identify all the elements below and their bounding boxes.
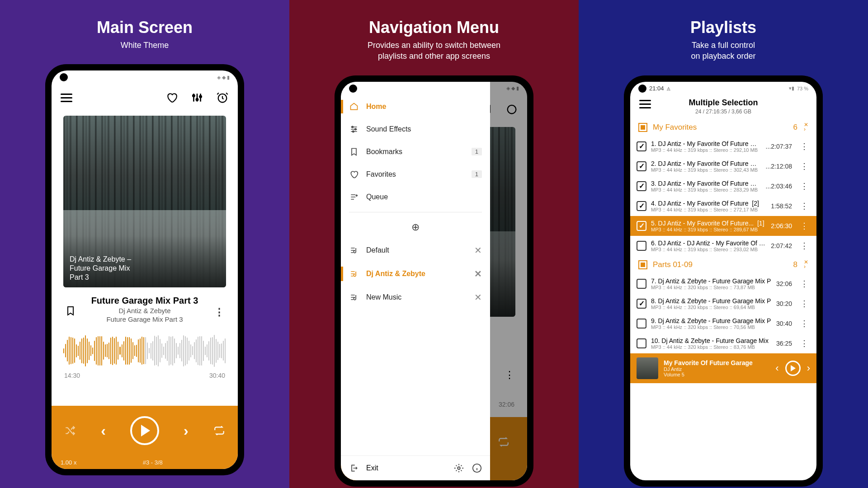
close-icon[interactable]: ✕	[474, 245, 482, 256]
more-icon[interactable]: ⋮	[798, 338, 810, 348]
checkbox[interactable]	[637, 221, 646, 231]
panel-subtitle: Provides an ability to switch betweenpla…	[368, 40, 500, 62]
nav-item-sound-effects[interactable]: Sound Effects	[341, 118, 490, 141]
track-row[interactable]: 10. Dj Antiz & Zebyte - Future Garage Mi…	[630, 333, 816, 353]
checkbox[interactable]	[637, 279, 646, 289]
track-duration: 30:20	[776, 300, 792, 307]
playback-controls: ‹ › 1.00 x #3 - 3/8	[52, 406, 238, 469]
checkbox[interactable]	[637, 181, 646, 191]
section-label: Parts 01-09	[653, 260, 693, 269]
status-battery: 73 %	[797, 86, 808, 91]
nav-item-queue[interactable]: Queue	[341, 186, 490, 208]
mini-player[interactable]: My Favorite Of Future Garage DJ Antiz Vo…	[630, 353, 816, 383]
close-icon[interactable]: ✕	[474, 268, 482, 279]
alarm-icon[interactable]	[216, 91, 229, 104]
checkbox[interactable]	[637, 161, 646, 171]
equalizer-icon[interactable]	[191, 91, 203, 104]
playback-speed[interactable]: 1.00 x	[61, 459, 76, 466]
more-icon[interactable]: ⋮	[798, 279, 810, 289]
track-row[interactable]: 5. DJ Antiz - My Favorite Of Future... […	[630, 216, 816, 236]
track-row[interactable]: 8. Dj Antiz & Zebyte - Future Garage Mix…	[630, 294, 816, 314]
track-meta: MP3 :: 44 kHz :: 319 kbps :: Stereo :: 2…	[651, 247, 766, 252]
info-icon[interactable]	[472, 463, 482, 473]
nav-item-home[interactable]: Home	[341, 95, 490, 118]
section-count: 8	[793, 260, 797, 269]
track-album: Future Garage Mix Part 3	[52, 315, 238, 323]
menu-button[interactable]	[639, 100, 651, 108]
track-row[interactable]: 1. DJ Antiz - My Favorite Of Future Gara…	[630, 136, 816, 156]
repeat-icon[interactable]	[213, 424, 226, 437]
shuffle-icon[interactable]	[64, 424, 76, 437]
camera-dot	[60, 73, 68, 81]
track-row[interactable]: 4. DJ Antiz - My Favorite Of Future [2]M…	[630, 196, 816, 216]
more-icon[interactable]: ⋮	[798, 201, 810, 211]
track-title: 2. DJ Antiz - My Favorite Of Future Gara…	[651, 160, 761, 167]
nav-label: Favorites	[366, 170, 396, 178]
next-button[interactable]: ›	[184, 422, 189, 439]
waveform[interactable]	[63, 332, 226, 369]
more-icon[interactable]: ⋮	[798, 161, 810, 171]
more-icon[interactable]: ⋮	[798, 141, 810, 151]
track-meta: MP3 :: 44 kHz :: 319 kbps :: Stereo :: 2…	[651, 147, 761, 153]
section-checkbox[interactable]	[638, 260, 647, 269]
checkbox[interactable]	[637, 319, 646, 328]
status-icons: ◈ ◆ ▮	[217, 75, 230, 80]
track-duration: ...2:12:08	[766, 163, 792, 170]
nav-badge: 1	[472, 148, 482, 155]
section-sort-icon[interactable]: ✕›	[804, 260, 808, 269]
track-row[interactable]: 6. DJ Antiz - DJ Antiz - My Favorite Of …	[630, 236, 816, 256]
art-caption: Dj Antiz & Zebyte –Future Garage MixPart…	[70, 255, 131, 282]
more-icon[interactable]: ⋮	[798, 319, 810, 328]
track-title: Future Garage Mix Part 3	[52, 296, 238, 306]
nav-label: Bookmarks	[366, 148, 402, 156]
track-row[interactable]: 7. Dj Antiz & Zebyte - Future Garage Mix…	[630, 274, 816, 294]
track-row[interactable]: 2. DJ Antiz - My Favorite Of Future Gara…	[630, 156, 816, 176]
nav-label: Home	[366, 103, 386, 111]
track-title: 6. DJ Antiz - DJ Antiz - My Favorite Of …	[651, 239, 766, 247]
mini-next[interactable]: ›	[807, 362, 810, 374]
section-checkbox[interactable]	[638, 123, 647, 132]
add-playlist-button[interactable]: ⊕	[341, 216, 490, 239]
mini-play[interactable]	[785, 361, 801, 376]
panel-title: Playlists	[690, 18, 756, 37]
play-button[interactable]	[130, 416, 159, 445]
settings-icon[interactable]	[454, 463, 464, 473]
track-title: 3. DJ Antiz - My Favorite Of Future Gara…	[651, 180, 761, 187]
bookmark-icon[interactable]	[64, 305, 77, 317]
exit-button[interactable]: Exit	[366, 464, 378, 472]
more-icon[interactable]: ⋮	[798, 221, 810, 231]
nav-item-favorites[interactable]: Favorites1	[341, 163, 490, 186]
track-duration: 2:07:42	[771, 242, 792, 249]
playlist-icon	[349, 292, 359, 302]
section-parts[interactable]: Parts 01-09 8 ✕›	[630, 256, 816, 274]
nav-playlist[interactable]: Dj Antiz & Zebyte✕	[341, 262, 490, 286]
close-icon[interactable]: ✕	[474, 292, 482, 303]
svg-point-8	[458, 467, 460, 469]
checkbox[interactable]	[637, 201, 646, 211]
menu-button[interactable]	[61, 94, 72, 102]
prev-button[interactable]: ‹	[101, 422, 106, 439]
mini-prev[interactable]: ‹	[775, 362, 778, 374]
nav-label: New Music	[366, 293, 401, 301]
track-row[interactable]: 3. DJ Antiz - My Favorite Of Future Gara…	[630, 176, 816, 196]
track-row[interactable]: 9. Dj Antiz & Zebyte - Future Garage Mix…	[630, 314, 816, 333]
phone-frame: 21:04 ◬ ▾▮73 % Multiple Selection 24 / 2…	[624, 75, 823, 487]
section-sort-icon[interactable]: ✕›	[804, 123, 808, 131]
track-title: 9. Dj Antiz & Zebyte - Future Garage Mix…	[651, 317, 772, 324]
panel-playlists: Playlists Take a full controlon playback…	[579, 0, 868, 488]
nav-overlay-shade[interactable]	[490, 82, 527, 480]
nav-playlist[interactable]: Default✕	[341, 239, 490, 262]
more-icon[interactable]: ⋮	[798, 299, 810, 309]
checkbox[interactable]	[637, 141, 646, 151]
album-art[interactable]: Dj Antiz & Zebyte –Future Garage MixPart…	[63, 116, 226, 287]
heart-icon[interactable]	[165, 91, 178, 104]
nav-item-bookmarks[interactable]: Bookmarks1	[341, 141, 490, 163]
checkbox[interactable]	[637, 241, 646, 251]
more-icon[interactable]: ⋮	[214, 306, 225, 318]
more-icon[interactable]: ⋮	[798, 181, 810, 191]
checkbox[interactable]	[637, 338, 646, 348]
checkbox[interactable]	[637, 299, 646, 309]
section-favorites[interactable]: My Favorites 6 ✕›	[630, 118, 816, 136]
nav-playlist[interactable]: New Music✕	[341, 286, 490, 309]
more-icon[interactable]: ⋮	[798, 241, 810, 251]
